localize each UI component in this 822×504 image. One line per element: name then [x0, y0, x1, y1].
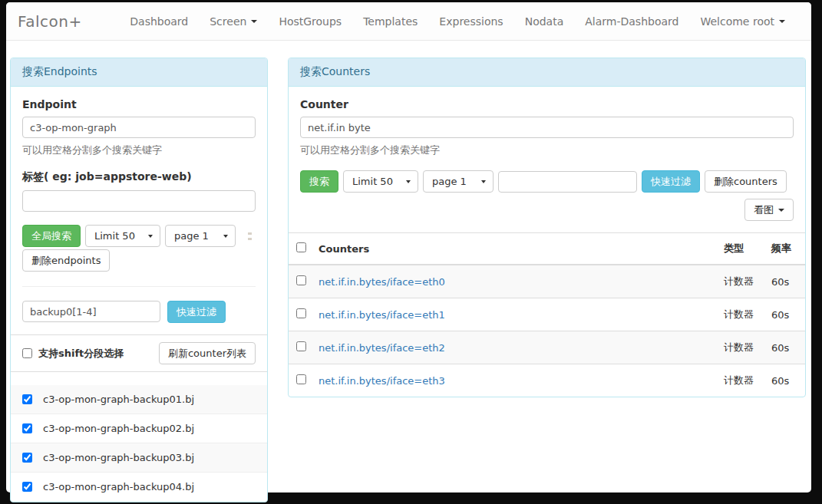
column-header-type: 类型	[718, 233, 765, 265]
caret-down-icon	[148, 235, 153, 238]
counter-limit-select[interactable]: Limit 50	[343, 170, 418, 193]
counter-checkbox[interactable]	[296, 374, 306, 384]
counter-freq: 60s	[765, 265, 805, 298]
nav-label: Expressions	[439, 15, 503, 28]
nav-item-welcome-root[interactable]: Welcome root	[689, 15, 796, 28]
counters-panel: 搜索Counters Counter 可以用空格分割多个搜索关键字 搜索 Lim…	[288, 58, 806, 397]
nav-label: Welcome root	[700, 15, 774, 28]
global-search-button[interactable]: 全局搜索	[22, 225, 81, 247]
counter-link[interactable]: net.if.in.bytes/iface=eth2	[319, 342, 445, 354]
endpoint-limit-select[interactable]: Limit 50	[85, 225, 160, 247]
endpoints-panel: 搜索Endpoints Endpoint 可以用空格分割多个搜索关键字 标签( …	[10, 58, 268, 502]
endpoint-checkbox[interactable]	[22, 394, 32, 404]
endpoint-name: c3-op-mon-graph-backup04.bj	[43, 481, 194, 492]
view-graph-row: 看图	[300, 199, 794, 221]
counters-table: Counters 类型 频率 net.if.in.bytes/iface=eth…	[289, 232, 805, 397]
shift-select-row: 支持shift分段选择 刷新counter列表	[11, 334, 267, 372]
counter-filter-input[interactable]	[498, 171, 637, 193]
list-item[interactable]: c3-op-mon-graph-backup03.bj	[11, 443, 267, 472]
counter-page-select[interactable]: page 1	[423, 170, 494, 193]
counter-checkbox[interactable]	[296, 275, 306, 285]
view-graph-button[interactable]: 看图	[744, 199, 794, 221]
endpoints-panel-title: 搜索Endpoints	[11, 58, 267, 87]
endpoint-controls-row: 全局搜索 Limit 50 page 1	[22, 225, 256, 247]
caret-down-icon	[406, 180, 411, 183]
nav-label: Dashboard	[130, 15, 188, 28]
quick-filter-button[interactable]: 快速过滤	[167, 301, 226, 323]
table-row: net.if.in.bytes/iface=eth1 计数器 60s	[289, 298, 805, 331]
counter-checkbox[interactable]	[296, 341, 306, 351]
counter-link[interactable]: net.if.in.bytes/iface=eth1	[319, 309, 445, 321]
select-all-checkbox[interactable]	[296, 242, 306, 252]
counter-type: 计数器	[718, 331, 765, 364]
endpoint-name: c3-op-mon-graph-backup01.bj	[43, 394, 194, 405]
nav-item-alarm-dashboard[interactable]: Alarm-Dashboard	[574, 15, 689, 28]
endpoint-label: Endpoint	[22, 98, 256, 110]
refresh-counter-list-button[interactable]: 刷新counter列表	[159, 342, 256, 364]
counters-panel-title: 搜索Counters	[289, 58, 805, 87]
counter-link[interactable]: net.if.in.bytes/iface=eth3	[319, 375, 445, 387]
endpoint-checkbox[interactable]	[22, 423, 32, 433]
app-window: Falcon+ Dashboard Screen HostGroups Temp…	[6, 2, 811, 492]
divider	[22, 286, 256, 287]
nav-item-templates[interactable]: Templates	[352, 15, 428, 28]
endpoint-filter-row: 快速过滤	[22, 301, 256, 323]
endpoint-search-input[interactable]	[22, 117, 256, 138]
table-row: net.if.in.bytes/iface=eth0 计数器 60s	[289, 265, 805, 298]
counter-search-input[interactable]	[300, 117, 794, 138]
caret-down-icon	[481, 180, 486, 183]
tag-block: 标签( eg: job=appstore-web)	[22, 170, 256, 212]
counters-panel-body: Counter 可以用空格分割多个搜索关键字 搜索 Limit 50 page …	[289, 87, 805, 232]
counter-type: 计数器	[718, 364, 765, 397]
brand-logo[interactable]: Falcon+	[18, 12, 82, 31]
endpoints-panel-body: Endpoint 可以用空格分割多个搜索关键字 标签( eg: job=apps…	[11, 87, 267, 334]
nav-label: Nodata	[525, 15, 564, 28]
counter-hint: 可以用空格分割多个搜索关键字	[300, 143, 794, 157]
endpoint-list: c3-op-mon-graph-backup01.bj c3-op-mon-gr…	[11, 385, 267, 502]
nav-label: Templates	[363, 15, 418, 28]
shift-label-text: 支持shift分段选择	[38, 347, 124, 361]
top-navbar: Falcon+ Dashboard Screen HostGroups Temp…	[6, 2, 811, 41]
counter-freq: 60s	[765, 298, 805, 331]
column-header-counters: Counters	[312, 233, 718, 265]
endpoint-page-select[interactable]: page 1	[165, 225, 236, 247]
overflow-fragment	[248, 232, 252, 240]
delete-counters-button[interactable]: 删除counters	[705, 170, 787, 193]
endpoint-checkbox[interactable]	[22, 482, 32, 492]
table-header-row: Counters 类型 频率	[289, 233, 805, 265]
select-value: Limit 50	[94, 230, 135, 242]
delete-endpoints-row: 删除endpoints	[22, 249, 256, 272]
shift-checkbox-label[interactable]: 支持shift分段选择	[22, 347, 124, 361]
nav-label: Alarm-Dashboard	[585, 15, 678, 28]
counter-freq: 60s	[765, 364, 805, 397]
nav-item-screen[interactable]: Screen	[199, 15, 268, 28]
counter-controls-row: 搜索 Limit 50 page 1 快速过滤 删除counters	[300, 170, 794, 193]
list-item[interactable]: c3-op-mon-graph-backup01.bj	[11, 385, 267, 413]
delete-endpoints-button[interactable]: 删除endpoints	[22, 249, 110, 272]
counter-search-button[interactable]: 搜索	[300, 170, 338, 193]
endpoint-filter-input[interactable]	[22, 301, 160, 322]
list-item[interactable]: c3-op-mon-graph-backup02.bj	[11, 413, 267, 443]
view-graph-label: 看图	[754, 203, 774, 217]
nav-label: HostGroups	[279, 15, 342, 28]
nav-item-hostgroups[interactable]: HostGroups	[268, 15, 352, 28]
caret-down-icon	[779, 20, 785, 23]
counter-type: 计数器	[718, 265, 765, 298]
counter-checkbox[interactable]	[296, 308, 306, 318]
list-item[interactable]: c3-op-mon-graph-backup04.bj	[11, 472, 267, 501]
counter-link[interactable]: net.if.in.bytes/iface=eth0	[319, 276, 445, 288]
nav-item-nodata[interactable]: Nodata	[514, 15, 575, 28]
shift-select-checkbox[interactable]	[22, 348, 32, 358]
caret-down-icon	[223, 235, 228, 238]
main-content: 搜索Endpoints Endpoint 可以用空格分割多个搜索关键字 标签( …	[6, 41, 811, 502]
endpoint-checkbox[interactable]	[22, 453, 32, 463]
nav-item-expressions[interactable]: Expressions	[428, 15, 513, 28]
select-value: page 1	[174, 230, 209, 242]
tag-search-input[interactable]	[22, 190, 256, 212]
column-header-freq: 频率	[765, 233, 805, 265]
nav-item-dashboard[interactable]: Dashboard	[119, 15, 199, 28]
endpoint-hint: 可以用空格分割多个搜索关键字	[22, 143, 256, 157]
nav-label: Screen	[210, 15, 246, 28]
table-row: net.if.in.bytes/iface=eth3 计数器 60s	[289, 364, 805, 397]
counter-quick-filter-button[interactable]: 快速过滤	[642, 170, 700, 193]
